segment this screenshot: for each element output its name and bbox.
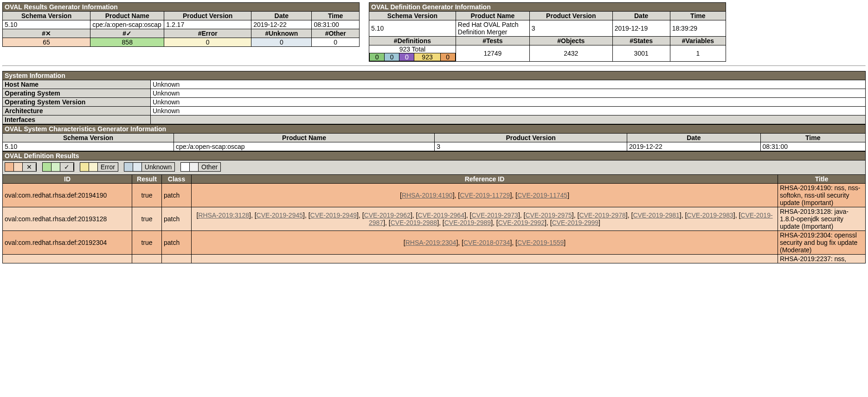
osv-val: Unknown — [151, 98, 866, 107]
sc-schema-h: Schema Version — [3, 134, 174, 142]
row-refs — [192, 255, 778, 263]
reference-link[interactable]: CVE-2019-2964 — [418, 211, 464, 219]
dval-pname: Red Hat OVAL Patch Definition Merger — [456, 20, 529, 37]
row-title: RHSA-2019:2237: nss, — [778, 255, 866, 263]
rcol-result: Result — [132, 175, 162, 184]
definition-results-table: OVAL Definition Results ✕ ✓ Error Unknow… — [2, 151, 866, 263]
bcol-defs: #Definitions — [369, 37, 456, 45]
col-date: Date — [251, 12, 312, 20]
arch-label: Architecture — [3, 107, 151, 115]
col-time: Time — [312, 12, 360, 20]
sc-pver-v: 3 — [435, 142, 627, 151]
row-class: patch — [162, 231, 192, 255]
dcol-pver: Product Version — [529, 12, 612, 20]
col-schema: Schema Version — [3, 12, 90, 20]
reference-link[interactable]: CVE-2019-2981 — [633, 211, 679, 219]
dval-pver: 3 — [529, 20, 612, 37]
chip-green: 0 — [370, 53, 385, 61]
osv-label: Operating System Version — [3, 98, 151, 107]
reference-link[interactable]: CVE-2019-2992 — [498, 219, 545, 226]
rcol-title: Title — [778, 175, 866, 184]
sc-pver-h: Product Version — [435, 134, 627, 142]
row-refs: [RHSA-2019:2304], [CVE-2018-0734], [CVE-… — [192, 231, 778, 255]
arch-val: Unknown — [151, 107, 866, 115]
col-unk: #Unknown — [251, 29, 312, 38]
legend-unknown: Unknown — [124, 162, 175, 172]
row-class: patch — [162, 184, 192, 207]
val-date: 2019-12-22 — [251, 20, 312, 29]
reference-link[interactable]: CVE-2019-2999 — [552, 219, 598, 226]
legend-error: Error — [80, 162, 118, 172]
if-label: Interfaces — [3, 115, 151, 124]
col-pname: Product Name — [90, 12, 164, 20]
reference-link[interactable]: CVE-2018-0734 — [463, 239, 510, 246]
reference-link[interactable]: CVE-2019-11729 — [460, 192, 510, 199]
reference-link[interactable]: RHSA-2019:2304 — [405, 239, 457, 246]
row-id: oval:com.redhat.rhsa:def:20193128 — [3, 207, 132, 231]
val-pver: 1.2.17 — [164, 20, 251, 29]
row-result — [132, 255, 162, 263]
row-result: true — [132, 207, 162, 231]
syschar-table: OVAL System Characteristics Generator In… — [2, 124, 866, 151]
sc-date-h: Date — [627, 134, 760, 142]
sc-time-h: Time — [760, 134, 865, 142]
dcol-time: Time — [670, 12, 726, 20]
chip-orange: 0 — [440, 53, 455, 61]
sc-schema-v: 5.10 — [3, 142, 174, 151]
results-generator-table: OVAL Results Generator Information Schem… — [2, 2, 360, 47]
result-row: RHSA-2019:2237: nss, — [3, 255, 866, 263]
reference-link[interactable]: CVE-2019-2988 — [391, 219, 437, 226]
col-x: #✕ — [3, 29, 90, 38]
cnt-x: 65 — [3, 38, 90, 47]
sc-pname-h: Product Name — [174, 134, 435, 142]
dcol-schema: Schema Version — [369, 12, 456, 20]
reference-link[interactable]: CVE-2019-2978 — [579, 211, 625, 219]
reference-link[interactable]: CVE-2019-2962 — [364, 211, 411, 219]
reference-link[interactable]: CVE-2019-2973 — [471, 211, 518, 219]
bcol-objs: #Objects — [529, 37, 612, 45]
bval-vars: 1 — [670, 45, 726, 62]
reference-link[interactable]: CVE-2019-2989 — [444, 219, 491, 226]
val-schema: 5.10 — [3, 20, 90, 29]
reference-link[interactable]: RHSA-2019:3128 — [198, 211, 249, 219]
reference-link[interactable]: CVE-2019-2983 — [687, 211, 733, 219]
if-val — [151, 115, 866, 124]
col-err: #Error — [164, 29, 251, 38]
row-class: patch — [162, 207, 192, 231]
legend-pass: ✓ — [42, 162, 74, 172]
rcol-class: Class — [162, 175, 192, 184]
val-time: 08:31:00 — [312, 20, 360, 29]
sysinfo-title: System Information — [3, 71, 866, 80]
row-id — [3, 255, 132, 263]
reference-link[interactable]: CVE-2019-2975 — [525, 211, 572, 219]
reference-link[interactable]: CVE-2019-2945 — [257, 211, 303, 219]
bval-states: 3001 — [612, 45, 670, 62]
cnt-chk: 858 — [90, 38, 164, 47]
col-oth: #Other — [312, 29, 360, 38]
sc-date-v: 2019-12-22 — [627, 142, 760, 151]
reference-link[interactable]: RHSA-2019:4190 — [402, 192, 453, 199]
result-row: oval:com.redhat.rhsa:def:20192304truepat… — [3, 231, 866, 255]
bval-objs: 2432 — [529, 45, 612, 62]
results-title: OVAL Definition Results — [3, 152, 866, 160]
row-title: RHSA-2019:2304: openssl security and bug… — [778, 231, 866, 255]
dval-schema: 5.10 — [369, 20, 456, 37]
bcol-tests: #Tests — [456, 37, 529, 45]
rcol-id: ID — [3, 175, 132, 184]
chip-yellow: 923 — [414, 53, 440, 61]
def-gen-title: OVAL Definition Generator Information — [369, 3, 726, 12]
results-gen-title: OVAL Results Generator Information — [3, 3, 360, 12]
sc-time-v: 08:31:00 — [760, 142, 865, 151]
reference-link[interactable]: CVE-2019-1559 — [517, 239, 564, 246]
reference-link[interactable]: CVE-2019-2949 — [310, 211, 357, 219]
dcol-pname: Product Name — [456, 12, 529, 20]
reference-link[interactable]: CVE-2019-11745 — [517, 192, 567, 199]
result-row: oval:com.redhat.rhsa:def:20194190truepat… — [3, 184, 866, 207]
cnt-unk: 0 — [251, 38, 312, 47]
row-title: RHSA-2019:4190: nss, nss-softokn, nss-ut… — [778, 184, 866, 207]
cnt-oth: 0 — [312, 38, 360, 47]
row-id: oval:com.redhat.rhsa:def:20192304 — [3, 231, 132, 255]
row-title: RHSA-2019:3128: java-1.8.0-openjdk secur… — [778, 207, 866, 231]
host-val: Unknown — [151, 80, 866, 89]
row-refs: [RHSA-2019:4190], [CVE-2019-11729], [CVE… — [192, 184, 778, 207]
